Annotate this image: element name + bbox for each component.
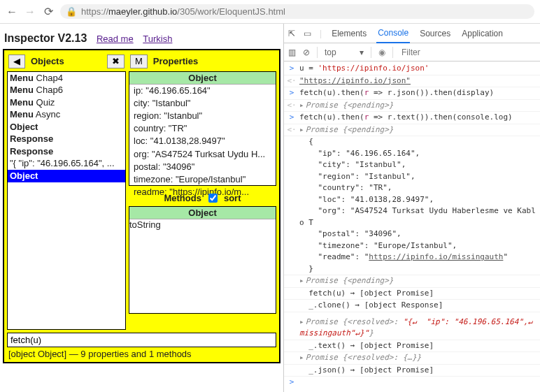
console-prompt[interactable]: >	[284, 377, 540, 389]
tab-elements[interactable]: Elements	[330, 24, 368, 43]
console-line: _.json() → [object Promise]	[284, 365, 540, 377]
property-line[interactable]: ip: "46.196.65.164"	[132, 85, 273, 97]
list-item[interactable]: Object	[8, 121, 125, 133]
list-item[interactable]: Object	[8, 170, 125, 182]
reload-icon[interactable]: ⟳	[42, 6, 55, 18]
inspect-element-icon[interactable]: ⇱	[288, 29, 295, 38]
link-turkish[interactable]: Turkish	[143, 34, 172, 44]
live-expression-icon[interactable]: ◉	[378, 48, 385, 57]
property-line[interactable]: org: "AS47524 Turksat Uydu H...	[132, 148, 273, 161]
console-line: _.clone() → [object Response]	[284, 300, 540, 312]
objects-label: Objects	[31, 56, 64, 66]
console-toolbar: ▥ ⊘ top ▾ ◉	[284, 43, 540, 61]
back-icon[interactable]: ←	[6, 6, 18, 18]
list-item[interactable]: Menu Quiz	[8, 96, 125, 109]
object-header: Object	[129, 207, 276, 219]
properties-label: Properties	[153, 56, 198, 66]
sidebar-toggle-icon[interactable]: ▥	[288, 48, 296, 57]
console-line: >fetch(u).then(r => r.text()).then(conso…	[284, 112, 540, 124]
devtools-panel: ⇱ ▭ | Elements Console Sources Applicati…	[283, 24, 540, 392]
m-button[interactable]: M	[130, 55, 148, 68]
address-bar[interactable]: 🔒 https://maeyler.github.io/305/work/Elo…	[60, 4, 534, 19]
console-output[interactable]: >u = 'https://ipinfo.io/json'<·"https://…	[284, 61, 540, 392]
devtools-tabs: ⇱ ▭ | Elements Console Sources Applicati…	[284, 24, 540, 43]
console-line: <·▸Promise {<pending>}	[284, 124, 540, 137]
tab-console[interactable]: Console	[376, 24, 410, 43]
list-item[interactable]: "{ "ip": "46.196.65.164", ...	[8, 157, 125, 170]
list-item[interactable]: Response	[8, 133, 125, 145]
console-line: <·"https://ipinfo.io/json"	[284, 75, 540, 88]
console-line: ▸Promise {<pending>}	[284, 275, 540, 288]
console-line: fetch(u) → [object Promise]	[284, 288, 540, 300]
tab-application[interactable]: Application	[460, 24, 504, 43]
url-host: maeyler.github.io	[108, 6, 177, 17]
properties-panel[interactable]: Object ip: "46.196.65.164"city: "Istanbu…	[129, 71, 276, 186]
filter-input[interactable]	[400, 47, 536, 58]
list-item[interactable]: Menu Async	[8, 108, 125, 121]
page-content: Inspector V2.13 Read me Turkish ◀ Object…	[0, 24, 283, 392]
device-toggle-icon[interactable]: ▭	[304, 29, 311, 38]
property-line[interactable]: postal: "34096"	[132, 161, 273, 173]
sort-label: sort	[224, 193, 241, 203]
status-text: [object Object] — 9 properties and 1 met…	[7, 347, 276, 359]
property-line[interactable]: loc: "41.0138,28.9497"	[132, 135, 273, 147]
methods-panel[interactable]: Object toString	[129, 206, 276, 314]
clear-console-icon[interactable]: ⊘	[303, 48, 310, 57]
method-line[interactable]: toString	[129, 219, 276, 230]
console-line: ▸Promise {<resolved>: "{↵ "ip": "46.196.…	[284, 317, 540, 340]
sort-checkbox[interactable]	[208, 194, 218, 203]
console-line: ▸Promise {<resolved>: {…}}	[284, 352, 540, 365]
console-line: _.text() → [object Promise]	[284, 340, 540, 353]
list-item[interactable]: Menu Chap6	[8, 84, 125, 96]
browser-toolbar: ← → ⟳ 🔒 https://maeyler.github.io/305/wo…	[0, 0, 540, 24]
property-line[interactable]: region: "Istanbul"	[132, 110, 273, 122]
page-title: Inspector V2.13	[4, 32, 87, 44]
prev-button[interactable]: ◀	[8, 55, 25, 68]
console-line: >fetch(u).then(r => r.json()).then(displ…	[284, 87, 540, 100]
property-line[interactable]: city: "Istanbul"	[132, 97, 273, 110]
forward-icon[interactable]: →	[24, 6, 36, 18]
property-line[interactable]: country: "TR"	[132, 122, 273, 135]
lock-icon: 🔒	[66, 6, 77, 17]
console-line: <·▸Promise {<pending>}	[284, 100, 540, 112]
inspector-box: ◀ Objects ✖ Menu Chap4Menu Chap6Menu Qui…	[3, 49, 280, 363]
close-button[interactable]: ✖	[107, 55, 125, 68]
list-item[interactable]: Response	[8, 145, 125, 158]
tab-sources[interactable]: Sources	[418, 24, 452, 43]
console-line: { "ip": "46.196.65.164", "city": "Istanb…	[284, 136, 540, 275]
object-header: Object	[129, 72, 276, 85]
link-readme[interactable]: Read me	[97, 34, 134, 44]
property-line[interactable]: timezone: "Europe/Istanbul"	[132, 173, 273, 186]
console-input[interactable]	[299, 377, 537, 387]
list-item[interactable]: Menu Chap4	[8, 72, 125, 85]
url-path: /305/work/EloquentJS.html	[177, 6, 285, 17]
url-scheme: https://	[81, 6, 108, 17]
context-selector[interactable]: top ▾	[325, 48, 364, 57]
expression-input[interactable]	[7, 333, 276, 347]
methods-label: Methods	[164, 193, 201, 203]
console-line: >u = 'https://ipinfo.io/json'	[284, 63, 540, 75]
objects-list[interactable]: Menu Chap4Menu Chap6Menu QuizMenu AsyncO…	[7, 71, 126, 330]
